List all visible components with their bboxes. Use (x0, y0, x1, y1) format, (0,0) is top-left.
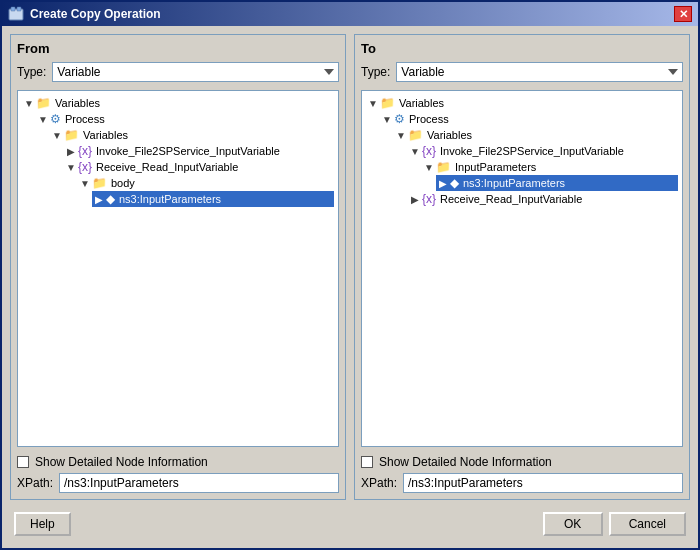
to-type-label: Type: (361, 65, 390, 79)
from-tree-variables-root: ▼ 📁 Variables ▼ ⚙ Process (22, 95, 334, 207)
window-title: Create Copy Operation (30, 7, 668, 21)
from-tree-row-body[interactable]: ▼ 📁 body (78, 175, 334, 191)
var-icon: {x} (422, 192, 436, 206)
to-tree-row-ns3[interactable]: ▶ ◆ ns3:InputParameters (436, 175, 678, 191)
svg-rect-2 (17, 7, 21, 11)
expand-icon[interactable]: ▼ (424, 162, 434, 173)
folder-icon: 📁 (436, 160, 451, 174)
var-icon: {x} (78, 160, 92, 174)
expand-icon[interactable]: ▼ (410, 146, 420, 157)
to-tree-row-input-params[interactable]: ▼ 📁 InputParameters (422, 159, 678, 175)
titlebar: Create Copy Operation ✕ (2, 2, 698, 26)
expand-icon[interactable]: ▼ (382, 114, 392, 125)
process-icon: ⚙ (50, 112, 61, 126)
from-xpath-row: XPath: (17, 473, 339, 493)
from-tree-body: ▼ 📁 body ▶ (78, 175, 334, 207)
to-tree-input-params: ▼ 📁 InputParameters (422, 159, 678, 191)
from-show-detail-checkbox[interactable] (17, 456, 29, 468)
from-tree[interactable]: ▼ 📁 Variables ▼ ⚙ Process (17, 90, 339, 447)
expand-icon[interactable]: ▼ (80, 178, 90, 189)
from-xpath-input[interactable] (59, 473, 339, 493)
to-tree-invoke: ▼ {x} Invoke_File2SPService_InputVariabl… (408, 143, 678, 191)
expand-icon[interactable]: ▼ (396, 130, 406, 141)
to-type-select[interactable]: Variable (396, 62, 683, 82)
to-title: To (361, 41, 683, 56)
folder-icon: 📁 (380, 96, 395, 110)
var-icon: {x} (422, 144, 436, 158)
expand-icon[interactable]: ▼ (38, 114, 48, 125)
to-tree[interactable]: ▼ 📁 Variables ▼ ⚙ Process (361, 90, 683, 447)
var-icon: {x} (78, 144, 92, 158)
ok-button[interactable]: OK (543, 512, 603, 536)
from-tree-row-invoke[interactable]: ▶ {x} Invoke_File2SPService_InputVariabl… (64, 143, 334, 159)
folder-icon: 📁 (408, 128, 423, 142)
to-tree-row-vars-child[interactable]: ▼ 📁 Variables (394, 127, 678, 143)
to-show-detail-checkbox[interactable] (361, 456, 373, 468)
to-show-detail-row: Show Detailed Node Information (361, 455, 683, 469)
close-button[interactable]: ✕ (674, 6, 692, 22)
to-tree-row-receive[interactable]: ▶ {x} Receive_Read_InputVariable (408, 191, 678, 207)
from-tree-row-process[interactable]: ▼ ⚙ Process (36, 111, 334, 127)
expand-icon[interactable]: ▼ (66, 162, 76, 173)
ok-cancel-group: OK Cancel (543, 512, 686, 536)
to-tree-variables-root: ▼ 📁 Variables ▼ ⚙ Process (366, 95, 678, 207)
folder-icon: 📁 (64, 128, 79, 142)
panels-container: From Type: Variable ▼ 📁 Variables (10, 34, 690, 500)
help-button[interactable]: Help (14, 512, 71, 536)
cancel-button[interactable]: Cancel (609, 512, 686, 536)
to-xpath-input[interactable] (403, 473, 683, 493)
to-type-row: Type: Variable (361, 62, 683, 82)
expand-icon[interactable]: ▶ (94, 194, 104, 205)
from-tree-row[interactable]: ▼ 📁 Variables (22, 95, 334, 111)
window-icon (8, 6, 24, 22)
from-type-row: Type: Variable (17, 62, 339, 82)
to-tree-process: ▼ ⚙ Process ▼ 📁 Variabl (380, 111, 678, 207)
folder-icon: 📁 (92, 176, 107, 190)
to-tree-row-process[interactable]: ▼ ⚙ Process (380, 111, 678, 127)
diamond-icon: ◆ (106, 192, 115, 206)
diamond-icon: ◆ (450, 176, 459, 190)
to-tree-vars-child: ▼ 📁 Variables ▼ (394, 127, 678, 207)
to-xpath-row: XPath: (361, 473, 683, 493)
bottom-bar: Help OK Cancel (10, 506, 690, 540)
svg-rect-1 (11, 7, 15, 11)
to-xpath-label: XPath: (361, 476, 397, 490)
from-tree-receive: ▼ {x} Receive_Read_InputVariable (64, 159, 334, 207)
to-tree-row-invoke[interactable]: ▼ {x} Invoke_File2SPService_InputVariabl… (408, 143, 678, 159)
folder-icon: 📁 (36, 96, 51, 110)
from-panel: From Type: Variable ▼ 📁 Variables (10, 34, 346, 500)
from-tree-row-vars-child[interactable]: ▼ 📁 Variables (50, 127, 334, 143)
to-panel: To Type: Variable ▼ 📁 Variables (354, 34, 690, 500)
from-xpath-label: XPath: (17, 476, 53, 490)
to-tree-row-vars[interactable]: ▼ 📁 Variables (366, 95, 678, 111)
from-tree-row-receive[interactable]: ▼ {x} Receive_Read_InputVariable (64, 159, 334, 175)
to-show-detail-label: Show Detailed Node Information (379, 455, 552, 469)
expand-icon[interactable]: ▶ (66, 146, 76, 157)
main-window: Create Copy Operation ✕ From Type: Varia… (0, 0, 700, 550)
expand-icon[interactable]: ▼ (368, 98, 378, 109)
from-type-select[interactable]: Variable (52, 62, 339, 82)
main-content: From Type: Variable ▼ 📁 Variables (2, 26, 698, 548)
from-type-label: Type: (17, 65, 46, 79)
from-title: From (17, 41, 339, 56)
expand-icon[interactable]: ▶ (438, 178, 448, 189)
from-tree-vars-child: ▼ 📁 Variables ▶ {x} (50, 127, 334, 207)
process-icon: ⚙ (394, 112, 405, 126)
expand-icon[interactable]: ▼ (24, 98, 34, 109)
expand-icon[interactable]: ▶ (410, 194, 420, 205)
expand-icon[interactable]: ▼ (52, 130, 62, 141)
from-show-detail-label: Show Detailed Node Information (35, 455, 208, 469)
from-tree-row-ns3[interactable]: ▶ ◆ ns3:InputParameters (92, 191, 334, 207)
from-show-detail-row: Show Detailed Node Information (17, 455, 339, 469)
from-tree-process: ▼ ⚙ Process ▼ 📁 Variabl (36, 111, 334, 207)
